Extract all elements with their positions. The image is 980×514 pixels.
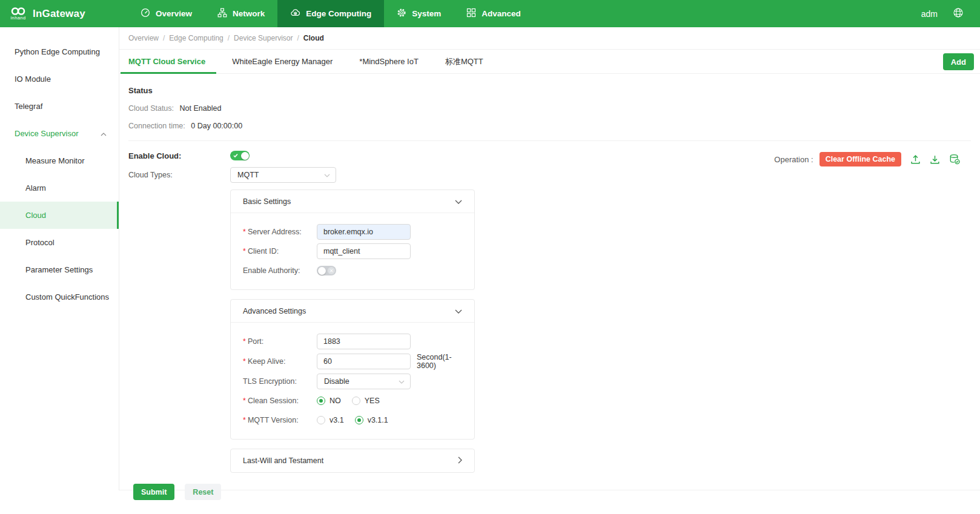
top-nav: inhand InGateway Overview Network Edge C… bbox=[0, 0, 980, 27]
user-menu[interactable]: adm bbox=[921, 9, 938, 19]
sidebar-item-parameter-settings[interactable]: Parameter Settings bbox=[0, 256, 119, 283]
tab-whiteeagle-energy-manager[interactable]: WhiteEagle Energy Manager bbox=[232, 50, 333, 73]
inhand-logo-icon: inhand bbox=[9, 7, 27, 21]
nav-item-network[interactable]: Network bbox=[205, 0, 277, 27]
tab-mindsphere-iot[interactable]: *MindSphere IoT bbox=[359, 50, 419, 73]
server-address-label: *Server Address: bbox=[243, 228, 317, 236]
status-section: Status Cloud Status: Not Enabled Connect… bbox=[128, 74, 971, 141]
submit-button[interactable]: Submit bbox=[133, 484, 174, 500]
client-id-input[interactable] bbox=[317, 243, 411, 259]
breadcrumb-edge-computing[interactable]: Edge Computing bbox=[169, 34, 223, 42]
breadcrumb-separator: / bbox=[228, 34, 230, 42]
keep-alive-input[interactable] bbox=[317, 354, 411, 369]
breadcrumb-overview[interactable]: Overview bbox=[128, 34, 159, 42]
sidebar-item-label: Cloud bbox=[25, 211, 46, 220]
sidebar-item-io-module[interactable]: IO Module bbox=[0, 65, 119, 93]
cloud-types-select[interactable]: MQTT bbox=[230, 167, 336, 183]
chevron-down-icon bbox=[455, 307, 462, 315]
network-hierarchy-icon bbox=[217, 8, 227, 19]
mqtt-version-v31-option[interactable]: v3.1 bbox=[317, 416, 344, 424]
enable-cloud-toggle[interactable] bbox=[230, 151, 250, 160]
reset-button[interactable]: Reset bbox=[185, 484, 221, 500]
tab-mqtt-cloud-service[interactable]: MQTT Cloud Service bbox=[128, 50, 205, 73]
tab-label: MQTT Cloud Service bbox=[128, 57, 205, 66]
nav-item-label: Overview bbox=[156, 9, 192, 18]
advanced-settings-title: Advanced Settings bbox=[243, 307, 306, 315]
mqtt-version-row: *MQTT Version: v3.1 v3.1.1 bbox=[243, 412, 462, 428]
enable-authority-row: Enable Authority: ✕ bbox=[243, 263, 462, 278]
breadcrumb: Overview / Edge Computing / Device Super… bbox=[119, 27, 980, 50]
sidebar-item-alarm[interactable]: Alarm bbox=[0, 174, 119, 202]
brand-text: inhand bbox=[11, 16, 26, 21]
add-button[interactable]: Add bbox=[943, 53, 974, 70]
mqtt-version-v311-option[interactable]: v3.1.1 bbox=[355, 416, 388, 424]
radio-checked-icon bbox=[355, 416, 363, 424]
chevron-down-icon bbox=[455, 197, 462, 206]
last-will-header[interactable]: Last-Will and Testament bbox=[231, 449, 474, 472]
server-address-input[interactable] bbox=[317, 224, 411, 240]
tab-standard-mqtt[interactable]: 标准MQTT bbox=[445, 50, 483, 73]
language-globe-icon[interactable] bbox=[953, 7, 964, 20]
required-marker: * bbox=[243, 247, 246, 255]
download-icon[interactable] bbox=[930, 154, 940, 165]
sidebar-item-measure-monitor[interactable]: Measure Monitor bbox=[0, 147, 119, 174]
basic-settings-title: Basic Settings bbox=[243, 197, 291, 206]
nav-item-system[interactable]: System bbox=[384, 0, 454, 27]
keep-alive-hint: Second(1-3600) bbox=[417, 353, 462, 370]
cloud-service-tabs: MQTT Cloud Service WhiteEagle Energy Man… bbox=[119, 50, 980, 74]
sidebar-item-label: Parameter Settings bbox=[25, 265, 93, 274]
settings-panels: Basic Settings *Server Address: *Client … bbox=[230, 189, 475, 473]
sidebar-item-label: Custom QuickFunctions bbox=[25, 292, 109, 301]
sidebar-item-protocol[interactable]: Protocol bbox=[0, 229, 119, 256]
advanced-settings-header[interactable]: Advanced Settings bbox=[231, 300, 474, 323]
chevron-up-icon bbox=[101, 129, 107, 138]
nav-item-label: Advanced bbox=[482, 9, 521, 18]
tls-encryption-select[interactable]: Disable bbox=[317, 374, 411, 389]
upload-icon[interactable] bbox=[910, 154, 921, 165]
required-marker: * bbox=[243, 337, 246, 346]
cloud-status-label: Cloud Status: bbox=[128, 104, 174, 113]
tab-label: 标准MQTT bbox=[445, 56, 483, 67]
sidebar: Python Edge Computing IO Module Telegraf… bbox=[0, 27, 119, 490]
sidebar-item-label: Protocol bbox=[25, 238, 55, 247]
sidebar-item-device-supervisor[interactable]: Device Supervisor bbox=[0, 120, 119, 147]
basic-settings-panel: Basic Settings *Server Address: *Client … bbox=[230, 189, 475, 290]
radio-checked-icon bbox=[317, 397, 325, 405]
operation-label: Operation : bbox=[774, 155, 813, 164]
sidebar-item-custom-quickfunctions[interactable]: Custom QuickFunctions bbox=[0, 283, 119, 311]
toggle-knob bbox=[318, 267, 326, 275]
port-input[interactable] bbox=[317, 334, 411, 349]
sidebar-item-label: Python Edge Computing bbox=[15, 47, 100, 56]
product-name: InGateway bbox=[33, 8, 85, 20]
sidebar-item-python-edge-computing[interactable]: Python Edge Computing bbox=[0, 38, 119, 65]
status-title: Status bbox=[128, 86, 971, 95]
required-marker: * bbox=[243, 357, 246, 366]
breadcrumb-cloud-current: Cloud bbox=[303, 34, 324, 42]
enable-cloud-label: Enable Cloud: bbox=[128, 151, 230, 160]
toggle-check-icon bbox=[233, 153, 238, 158]
cloud-status-value: Not Enabled bbox=[180, 104, 222, 113]
sidebar-item-cloud[interactable]: Cloud bbox=[0, 202, 119, 229]
breadcrumb-device-supervisor[interactable]: Device Supervisor bbox=[234, 34, 293, 42]
mqtt-version-label: *MQTT Version: bbox=[243, 416, 317, 424]
enable-authority-toggle[interactable]: ✕ bbox=[317, 266, 336, 275]
clean-session-no-option[interactable]: NO bbox=[317, 397, 341, 405]
nav-item-advanced[interactable]: Advanced bbox=[454, 0, 534, 27]
mqtt-version-radio-group: v3.1 v3.1.1 bbox=[317, 416, 399, 424]
nav-item-overview[interactable]: Overview bbox=[128, 0, 205, 27]
basic-settings-header[interactable]: Basic Settings bbox=[231, 190, 474, 213]
keep-alive-label: *Keep Alive: bbox=[243, 357, 317, 366]
sidebar-item-telegraf[interactable]: Telegraf bbox=[0, 93, 119, 120]
offline-cache-database-icon[interactable] bbox=[949, 154, 960, 165]
toggle-knob bbox=[241, 152, 249, 160]
clear-offline-cache-button[interactable]: Clear Offline Cache bbox=[819, 152, 901, 166]
sidebar-item-label: IO Module bbox=[15, 74, 51, 84]
app-logo[interactable]: inhand InGateway bbox=[0, 0, 119, 27]
grid-squares-icon bbox=[466, 8, 476, 19]
chevron-down-icon bbox=[399, 377, 405, 386]
clean-session-yes-option[interactable]: YES bbox=[352, 397, 380, 405]
connection-time-line: Connection time: 0 Day 00:00:00 bbox=[128, 122, 971, 130]
edge-computing-cloud-icon bbox=[290, 8, 300, 19]
nav-item-edge-computing[interactable]: Edge Computing bbox=[277, 0, 384, 27]
port-row: *Port: bbox=[243, 334, 462, 349]
